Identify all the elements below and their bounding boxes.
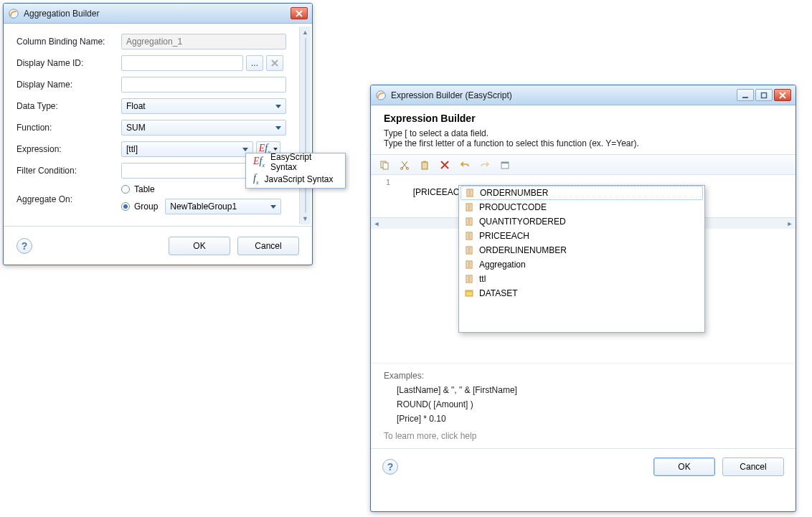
expr-ok-button[interactable]: OK [653, 457, 715, 476]
redo-icon[interactable] [478, 158, 491, 171]
column-icon [465, 232, 473, 240]
label-display-name: Display Name: [16, 80, 117, 90]
svg-rect-2 [742, 97, 748, 98]
agg-close-button[interactable] [291, 7, 308, 19]
suggestion-label: PRODUCTCODE [479, 202, 547, 212]
suggestion-label: Aggregation [479, 260, 526, 270]
svg-rect-5 [383, 163, 388, 169]
expr-toolbar [371, 155, 796, 175]
suggestion-column[interactable]: PRODUCTCODE [459, 200, 704, 214]
label-expression: Expression: [16, 144, 117, 154]
suggestion-column[interactable]: ORDERLINENUMBER [459, 243, 704, 257]
suggestion-column[interactable]: ttl [459, 272, 704, 286]
expression-editor[interactable]: 1 [PRICEEACH]*[ ORDERNUMBERPRODUCTCODEQU… [371, 175, 796, 217]
gutter: 1 [379, 175, 394, 217]
copy-icon[interactable] [378, 158, 391, 171]
scroll-up-icon[interactable]: ▲ [301, 28, 310, 37]
label-data-type: Data Type: [16, 101, 117, 111]
example-3: [Price] * 0.10 [397, 414, 783, 424]
agg-ok-button[interactable]: OK [169, 237, 230, 255]
column-icon [465, 275, 473, 283]
label-display-id: Display Name ID: [16, 58, 117, 68]
scroll-right-icon[interactable]: ► [785, 220, 794, 227]
svg-rect-11 [501, 162, 509, 163]
label-aggregate-on: Aggregate On: [16, 194, 117, 204]
aggregate-group-label: Group [134, 201, 158, 212]
undo-icon[interactable] [458, 158, 471, 171]
expr-maximize-button[interactable] [755, 89, 773, 101]
autocomplete-popup: ORDERNUMBERPRODUCTCODEQUANTITYORDEREDPRI… [458, 185, 705, 333]
svg-rect-9 [423, 161, 426, 162]
function-combo[interactable]: SUM [121, 120, 286, 136]
agg-titlebar[interactable]: Aggregation Builder [4, 4, 312, 24]
cut-icon[interactable] [398, 158, 411, 171]
binding-name-input[interactable] [121, 34, 286, 49]
clear-display-id-button[interactable] [266, 55, 283, 71]
fx-menu-easyscript[interactable]: Efx EasyScript Syntax [246, 153, 345, 171]
fx-menu-javascript[interactable]: fx JavaScript Syntax [246, 171, 345, 188]
suggestion-label: ORDERLINENUMBER [479, 245, 567, 255]
delete-icon[interactable] [438, 158, 451, 171]
svg-rect-3 [762, 93, 767, 98]
suggestion-label: ORDERNUMBER [480, 188, 548, 198]
svg-rect-8 [422, 162, 428, 169]
expr-help-button[interactable]: ? [382, 459, 398, 475]
app-icon [375, 90, 387, 101]
column-icon [465, 203, 473, 212]
fx-syntax-menu: Efx EasyScript Syntax fx JavaScript Synt… [245, 153, 346, 189]
suggestion-label: QUANTITYORDERED [479, 217, 566, 227]
learn-more-text: To learn more, click help [384, 431, 783, 441]
examples-label: Examples: [384, 371, 783, 381]
agg-footer: ? OK Cancel [4, 226, 312, 265]
expression-combo[interactable]: [ttl] [121, 141, 253, 157]
dataset-icon [465, 289, 473, 298]
expression-builder-window: Expression Builder (EasyScript) Expressi… [370, 85, 796, 512]
browse-display-id-button[interactable]: ... [246, 55, 263, 71]
expr-footer: ? OK Cancel [371, 448, 796, 484]
data-type-combo[interactable]: Float [121, 98, 286, 114]
agg-cancel-button[interactable]: Cancel [237, 237, 299, 255]
suggestion-label: ttl [479, 274, 486, 284]
expr-cancel-button[interactable]: Cancel [722, 457, 784, 476]
agg-vertical-scrollbar[interactable]: ▲ ▼ [299, 27, 311, 224]
expr-title: Expression Builder (EasyScript) [391, 90, 732, 100]
suggestion-label: PRICEEACH [479, 231, 529, 241]
agg-title: Aggregation Builder [24, 9, 286, 19]
expr-titlebar[interactable]: Expression Builder (EasyScript) [371, 85, 796, 105]
easyscript-icon: Efx [253, 156, 265, 169]
column-icon [465, 260, 473, 269]
suggestion-label: DATASET [479, 288, 518, 298]
expr-minimize-button[interactable] [737, 89, 754, 101]
editor-wrap: 1 [PRICEEACH]*[ ORDERNUMBERPRODUCTCODEQU… [371, 175, 796, 363]
example-1: [LastName] & ", " & [FirstName] [397, 385, 783, 395]
scroll-left-icon[interactable]: ◄ [372, 220, 381, 227]
display-id-input[interactable] [121, 55, 243, 71]
suggestion-column[interactable]: ORDERNUMBER [461, 186, 703, 200]
expression-code[interactable]: [PRICEEACH]*[ ORDERNUMBERPRODUCTCODEQUAN… [394, 175, 787, 217]
agg-help-button[interactable]: ? [16, 238, 32, 254]
display-name-input[interactable] [121, 77, 286, 93]
suggestion-dataset[interactable]: DATASET [459, 286, 704, 300]
label-function: Function: [16, 123, 117, 133]
suggestion-column[interactable]: Aggregation [459, 257, 704, 272]
paste-icon[interactable] [418, 158, 431, 171]
expr-heading: Expression Builder [384, 113, 783, 124]
javascript-icon: fx [253, 174, 258, 186]
label-filter: Filter Condition: [16, 166, 117, 176]
example-2: ROUND( [Amount] ) [397, 399, 783, 409]
filter-input[interactable] [121, 163, 253, 179]
column-icon [466, 189, 474, 197]
aggregate-group-radio[interactable] [121, 202, 130, 211]
scroll-down-icon[interactable]: ▼ [301, 214, 310, 223]
column-icon [465, 246, 473, 255]
expr-close-button[interactable] [774, 89, 791, 101]
suggestion-column[interactable]: QUANTITYORDERED [459, 214, 704, 229]
suggestion-column[interactable]: PRICEEACH [459, 229, 704, 243]
app-icon [8, 8, 19, 19]
examples-section: Examples: [LastName] & ", " & [FirstName… [371, 363, 796, 448]
label-binding: Column Binding Name: [16, 37, 117, 47]
aggregate-table-radio[interactable] [121, 185, 130, 194]
svg-rect-48 [466, 290, 473, 292]
calendar-icon[interactable] [499, 158, 511, 171]
group-combo[interactable]: NewTableGroup1 [165, 199, 281, 214]
